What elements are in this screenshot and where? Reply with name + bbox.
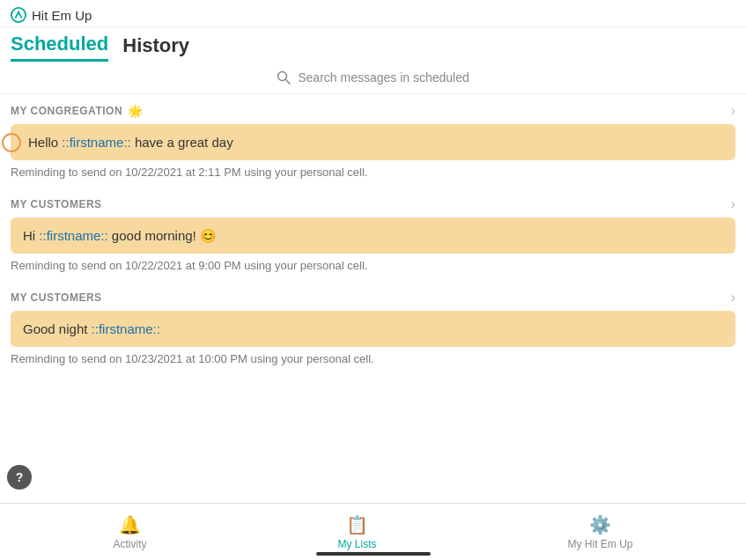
reminder-congregation: Reminding to send on 10/22/2021 at 2:11 … bbox=[0, 160, 746, 188]
nav-label-my-lists: My Lists bbox=[337, 538, 376, 550]
firstname-tag-1: ::firstname:: bbox=[62, 135, 130, 150]
search-placeholder: Search messages in scheduled bbox=[298, 70, 469, 85]
firstname-tag-2: ::firstname:: bbox=[39, 228, 107, 243]
nav-label-activity: Activity bbox=[113, 538, 146, 550]
section-header-congregation[interactable]: MY CONGREGATION 🌟 › bbox=[11, 103, 735, 119]
app-logo-icon bbox=[11, 7, 26, 23]
message-bubble-congregation[interactable]: Hello ::firstname:: have a great day bbox=[11, 124, 735, 160]
firstname-tag-3: ::firstname:: bbox=[92, 321, 160, 336]
nav-item-my-hit-em-up[interactable]: ⚙️ My Hit Em Up bbox=[567, 514, 632, 550]
reminder-customers2: Reminding to send on 10/23/2021 at 10:00… bbox=[0, 347, 746, 374]
message-text-customers1: Hi ::firstname:: good morning! 😊 bbox=[23, 228, 217, 243]
send-circle-indicator bbox=[2, 133, 21, 152]
section-title-customers2: MY CUSTOMERS bbox=[11, 291, 102, 304]
help-button[interactable]: ? bbox=[7, 465, 32, 490]
chevron-right-icon-2: › bbox=[731, 196, 735, 212]
activity-icon: 🔔 bbox=[119, 514, 141, 535]
section-header-customers2[interactable]: MY CUSTOMERS › bbox=[11, 290, 735, 306]
tab-scheduled[interactable]: Scheduled bbox=[11, 33, 108, 62]
nav-item-activity[interactable]: 🔔 Activity bbox=[113, 514, 146, 550]
reminder-customers1: Reminding to send on 10/22/2021 at 9:00 … bbox=[0, 254, 746, 281]
message-bubble-customers1[interactable]: Hi ::firstname:: good morning! 😊 bbox=[11, 217, 735, 254]
message-text-customers2: Good night ::firstname:: bbox=[23, 321, 160, 336]
message-bubble-customers2[interactable]: Good night ::firstname:: bbox=[11, 311, 735, 347]
nav-item-my-lists[interactable]: 📋 My Lists bbox=[337, 514, 376, 550]
tabs-row: Scheduled History bbox=[0, 27, 746, 62]
main-content: MY CONGREGATION 🌟 › Hello ::firstname:: … bbox=[0, 94, 746, 491]
section-congregation: MY CONGREGATION 🌟 › Hello ::firstname:: … bbox=[0, 94, 746, 160]
section-title-congregation: MY CONGREGATION 🌟 bbox=[11, 104, 144, 118]
tab-history[interactable]: History bbox=[122, 34, 189, 61]
chevron-right-icon: › bbox=[731, 103, 735, 119]
app-title: Hit Em Up bbox=[32, 8, 92, 23]
message-text-congregation: Hello ::firstname:: have a great day bbox=[28, 135, 233, 150]
section-customers1: MY CUSTOMERS › Hi ::firstname:: good mor… bbox=[0, 188, 746, 254]
my-hit-em-up-icon: ⚙️ bbox=[589, 514, 611, 535]
my-lists-icon: 📋 bbox=[346, 514, 368, 535]
svg-line-2 bbox=[286, 80, 291, 85]
congregation-icon: 🌟 bbox=[128, 104, 144, 118]
svg-point-0 bbox=[11, 8, 26, 22]
section-title-customers1: MY CUSTOMERS bbox=[11, 198, 102, 210]
search-icon bbox=[277, 70, 291, 85]
section-header-customers1[interactable]: MY CUSTOMERS › bbox=[11, 196, 735, 212]
search-bar[interactable]: Search messages in scheduled bbox=[0, 62, 746, 94]
nav-label-my-hit-em-up: My Hit Em Up bbox=[567, 538, 632, 550]
bottom-indicator bbox=[316, 552, 431, 556]
chevron-right-icon-3: › bbox=[731, 290, 735, 306]
section-customers2: MY CUSTOMERS › Good night ::firstname:: bbox=[0, 281, 746, 347]
top-bar: Hit Em Up bbox=[0, 0, 746, 27]
